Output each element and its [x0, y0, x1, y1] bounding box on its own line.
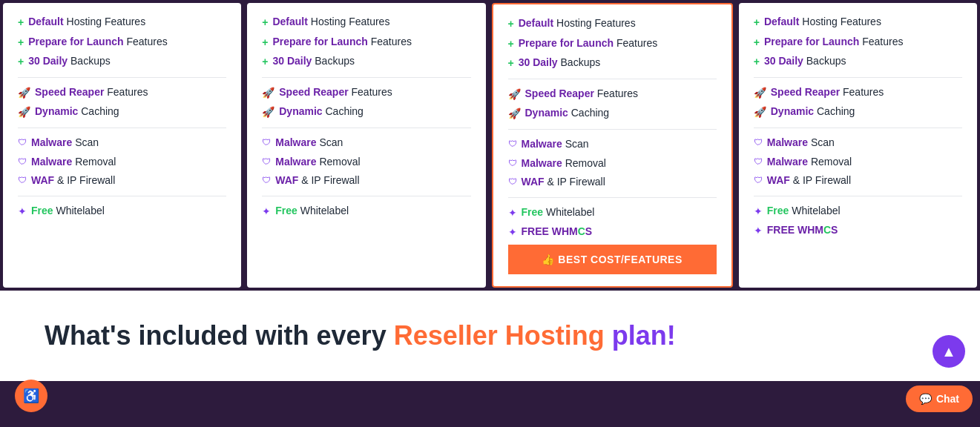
shield-icon: 🛡	[508, 138, 517, 150]
shield-icon: 🛡	[754, 174, 763, 187]
feature-item: + Default Hosting Features	[508, 16, 717, 32]
bottom-section: What's included with every Reseller Host…	[0, 291, 980, 381]
bottom-title: What's included with every Reseller Host…	[45, 320, 935, 351]
feature-item: ✦ FREE WHMCS	[508, 225, 717, 240]
plus-icon: +	[754, 16, 760, 30]
feature-item: 🚀 Dynamic Caching	[754, 105, 962, 120]
feature-item: 🛡 WAF & IP Firewall	[18, 173, 226, 188]
feature-item: 🛡 Malware Removal	[508, 156, 717, 171]
rocket-icon: 🚀	[262, 86, 274, 101]
divider	[262, 77, 470, 78]
divider	[18, 196, 226, 196]
feature-item: + Prepare for Launch Features	[754, 35, 962, 50]
divider	[508, 129, 717, 130]
divider	[18, 77, 226, 78]
scroll-top-button[interactable]: ▲	[933, 335, 965, 368]
shield-icon: 🛡	[508, 176, 517, 188]
divider	[508, 79, 717, 79]
plus-icon: +	[18, 36, 24, 50]
plan-card-3: + Default Hosting Features + Prepare for…	[492, 3, 733, 288]
feature-item: 🚀 Dynamic Caching	[18, 105, 226, 120]
feature-item: + Prepare for Launch Features	[18, 35, 226, 50]
chat-icon: 💬	[919, 393, 932, 405]
plus-icon: +	[18, 16, 24, 30]
shield-icon: 🛡	[754, 136, 763, 149]
feature-item: ✦ Free Whitelabel	[754, 204, 962, 219]
feature-item: 🛡 WAF & IP Firewall	[754, 173, 962, 188]
rocket-icon: 🚀	[508, 107, 521, 122]
feature-item: 🛡 Malware Scan	[754, 136, 962, 150]
feature-item: 🚀 Speed Reaper Features	[18, 85, 226, 101]
feature-item: 🛡 WAF & IP Firewall	[508, 175, 717, 190]
rocket-icon: 🚀	[508, 87, 521, 102]
rocket-icon: 🚀	[262, 105, 274, 120]
feature-item: ✦ Free Whitelabel	[508, 205, 717, 221]
feature-item: 🚀 Dynamic Caching	[508, 106, 717, 122]
accessibility-button[interactable]: ♿	[15, 380, 47, 412]
rocket-icon: 🚀	[18, 105, 30, 120]
plus-icon: +	[262, 36, 268, 50]
feature-item: 🛡 Malware Removal	[18, 155, 226, 170]
divider	[754, 128, 962, 128]
feature-item: + Default Hosting Features	[754, 15, 962, 30]
plus-icon: +	[18, 55, 24, 70]
divider	[508, 197, 717, 198]
plus-icon: +	[262, 55, 268, 70]
shield-icon: 🛡	[262, 174, 271, 187]
divider	[754, 77, 962, 78]
scroll-top-icon: ▲	[941, 343, 956, 360]
feature-item: 🚀 Dynamic Caching	[262, 105, 470, 120]
feature-item: 🛡 Malware Removal	[262, 155, 470, 170]
star-icon: ✦	[754, 205, 763, 219]
plus-icon: +	[508, 17, 514, 32]
plan-card-1: + Default Hosting Features + Prepare for…	[3, 3, 241, 288]
star-icon: ✦	[508, 225, 517, 240]
shield-icon: 🛡	[18, 136, 27, 149]
shield-icon: 🛡	[18, 156, 27, 168]
plus-icon: +	[508, 56, 514, 71]
shield-icon: 🛡	[262, 136, 271, 149]
feature-item: 🛡 Malware Scan	[262, 136, 470, 150]
shield-icon: 🛡	[508, 157, 517, 170]
feature-item: + 30 Daily Backups	[754, 54, 962, 70]
feature-item: + 30 Daily Backups	[508, 56, 717, 71]
shield-icon: 🛡	[18, 174, 27, 187]
feature-item: 🚀 Speed Reaper Features	[754, 85, 962, 101]
feature-item: 🛡 Malware Scan	[18, 136, 226, 150]
feature-item: + Prepare for Launch Features	[262, 35, 470, 50]
plus-icon: +	[754, 55, 760, 70]
star-icon: ✦	[508, 206, 517, 221]
main-content: + Default Hosting Features + Prepare for…	[0, 0, 980, 381]
feature-item: 🛡 WAF & IP Firewall	[262, 173, 470, 188]
plus-icon: +	[754, 36, 760, 50]
feature-item: + 30 Daily Backups	[18, 54, 226, 70]
plus-icon: +	[262, 16, 268, 30]
chat-button[interactable]: 💬 Chat	[906, 385, 973, 412]
feature-item: 🚀 Speed Reaper Features	[508, 87, 717, 102]
feature-item: ✦ FREE WHMCS	[754, 223, 962, 239]
best-cost-button[interactable]: 👍 BEST COST/FEATURES	[508, 245, 717, 274]
rocket-icon: 🚀	[754, 86, 766, 101]
rocket-icon: 🚀	[754, 105, 766, 120]
divider	[754, 196, 962, 196]
accessibility-icon: ♿	[23, 388, 39, 404]
feature-item: + Prepare for Launch Features	[508, 36, 717, 52]
plan-card-2: + Default Hosting Features + Prepare for…	[247, 3, 485, 288]
divider	[262, 196, 470, 196]
star-icon: ✦	[18, 205, 27, 219]
feature-item: + Default Hosting Features	[18, 15, 226, 30]
star-icon: ✦	[754, 224, 763, 239]
rocket-icon: 🚀	[18, 86, 30, 101]
feature-item: ✦ Free Whitelabel	[18, 204, 226, 219]
divider	[262, 128, 470, 128]
feature-item: 🚀 Speed Reaper Features	[262, 85, 470, 101]
feature-item: 🛡 Malware Removal	[754, 155, 962, 170]
chat-label: Chat	[936, 393, 959, 405]
shield-icon: 🛡	[754, 156, 763, 168]
plans-section: + Default Hosting Features + Prepare for…	[0, 0, 980, 291]
feature-item: + 30 Daily Backups	[262, 54, 470, 70]
feature-item: ✦ Free Whitelabel	[262, 204, 470, 219]
shield-icon: 🛡	[262, 156, 271, 168]
divider	[18, 128, 226, 128]
feature-item: + Default Hosting Features	[262, 15, 470, 30]
